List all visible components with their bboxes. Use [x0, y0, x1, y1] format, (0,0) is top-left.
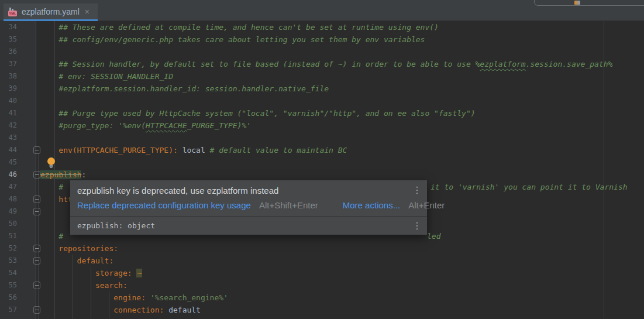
- line-number: 37: [0, 58, 17, 70]
- code-segment: _PURGE_TYPE)%': [187, 121, 251, 130]
- code-line[interactable]: ## These are defined at compile time, an…: [40, 21, 439, 33]
- close-icon[interactable]: ×: [85, 8, 89, 16]
- line-number: 50: [0, 218, 17, 230]
- code-line[interactable]: search:: [40, 279, 128, 291]
- code-segment: repositories:: [40, 244, 118, 253]
- code-line[interactable]: ## Session handler, by default set to fi…: [40, 58, 612, 70]
- kebab-menu-icon[interactable]: ⋮: [412, 186, 422, 195]
- code-segment: '%search_engine%': [150, 293, 228, 302]
- code-segment: HTTPCACHE: [146, 121, 187, 130]
- code-segment: engine:: [40, 293, 150, 302]
- code-line[interactable]: #purge_type: '%env(HTTPCACHE_PURGE_TYPE)…: [40, 119, 251, 132]
- editor-area[interactable]: 34 ## These are defined at compile time,…: [0, 21, 644, 319]
- code-line[interactable]: ## Purge type used by HttpCache system (…: [40, 107, 476, 119]
- code-line[interactable]: #led: [40, 230, 63, 242]
- floating-toolbar[interactable]: [534, 0, 644, 6]
- intention-bulb-icon[interactable]: [46, 157, 56, 170]
- code-segment: #: [40, 183, 63, 191]
- code-segment: led: [427, 230, 440, 242]
- replace-action-link[interactable]: Replace deprecated configuration key usa…: [77, 200, 251, 210]
- code-segment: .session.save_path%: [526, 60, 613, 68]
- code-segment: search:: [40, 281, 128, 290]
- line-number: 40: [0, 95, 17, 107]
- fold-marker-icon[interactable]: [33, 146, 40, 154]
- code-line[interactable]: repositories:: [40, 242, 118, 255]
- toolbar-icon: [574, 1, 580, 5]
- code-segment: ## config/env/generic.php takes care abo…: [40, 35, 425, 44]
- code-line[interactable]: # env: SESSION_HANDLER_ID: [40, 70, 173, 83]
- code-line[interactable]: env(HTTPCACHE_PURGE_TYPE): local # defau…: [40, 144, 347, 156]
- line-number: 42: [0, 119, 17, 132]
- popup-title: ezpublish key is deprecated, use ezplatf…: [77, 186, 407, 195]
- code-segment: #purge_type: '%env(: [40, 121, 146, 130]
- fold-marker-icon[interactable]: [33, 195, 40, 203]
- line-number: 36: [0, 46, 17, 58]
- code-segment: # env: SESSION_HANDLER_ID: [40, 72, 173, 81]
- line-number: 53: [0, 255, 17, 267]
- line-number: 55: [0, 279, 17, 291]
- tab-title: ezplatform.yaml: [22, 7, 80, 16]
- active-tab-underline: [4, 19, 98, 21]
- code-line[interactable]: ezpublish:: [40, 169, 86, 181]
- code-segment: #: [40, 232, 63, 241]
- popup-doc-line: ezpublish: object: [77, 221, 155, 230]
- code-segment: ## These are defined at compile time, an…: [40, 23, 439, 32]
- code-line[interactable]: #ezplatform.session.handler_id: session.…: [40, 83, 329, 95]
- fold-marker-icon[interactable]: [33, 208, 40, 215]
- primary-shortcut: Alt+Shift+Enter: [259, 200, 318, 210]
- code-line[interactable]: connection: default: [40, 304, 201, 316]
- code-segment: # default value to maintain BC: [210, 146, 347, 155]
- fold-marker-icon[interactable]: [33, 257, 40, 265]
- line-number: 51: [0, 230, 17, 242]
- code-line[interactable]: default:: [40, 255, 113, 267]
- kebab-menu-icon[interactable]: ⋮: [412, 221, 422, 231]
- line-number: 39: [0, 83, 17, 95]
- line-number: 35: [0, 33, 17, 46]
- code-segment: ezplatform: [480, 60, 525, 68]
- line-number: 44: [0, 144, 17, 156]
- fold-marker-icon[interactable]: [33, 171, 40, 179]
- more-shortcut: Alt+Enter: [408, 200, 445, 210]
- code-segment: default:: [40, 256, 113, 265]
- line-number: 52: [0, 242, 17, 255]
- fold-marker-icon[interactable]: [33, 282, 40, 289]
- line-number: 43: [0, 132, 17, 144]
- line-number: 46: [0, 169, 17, 181]
- code-segment: connection:: [40, 306, 168, 314]
- code-line[interactable]: #it to 'varnish' you can point it to Var…: [40, 181, 63, 193]
- code-segment: :: [81, 170, 86, 179]
- line-number: 56: [0, 291, 17, 304]
- yml-file-icon: YML: [8, 7, 18, 16]
- line-number: 57: [0, 304, 17, 316]
- code-segment: env(HTTPCACHE_PURGE_TYPE):: [40, 146, 178, 155]
- code-segment: ## Purge type used by HttpCache system (…: [40, 109, 476, 118]
- more-actions-link[interactable]: More actions...: [343, 200, 400, 210]
- line-number: 48: [0, 193, 17, 205]
- line-number: 41: [0, 107, 17, 119]
- line-number: 54: [0, 267, 17, 279]
- code-line[interactable]: storage: ~: [40, 267, 142, 279]
- fold-marker-icon[interactable]: [33, 245, 40, 252]
- tab-ezplatform-yaml[interactable]: YML ezplatform.yaml ×: [4, 4, 98, 19]
- code-segment: ~: [136, 269, 142, 277]
- code-line[interactable]: ## config/env/generic.php takes care abo…: [40, 33, 425, 46]
- code-segment: it to 'varnish' you can point it to Varn…: [431, 181, 628, 193]
- code-segment: #ezplatform.session.handler_id: session.…: [40, 84, 329, 93]
- line-number: 49: [0, 205, 17, 218]
- intention-popup: ezpublish key is deprecated, use ezplatf…: [70, 180, 427, 235]
- code-segment: ## Session handler, by default set to fi…: [40, 60, 480, 68]
- line-number: 34: [0, 21, 17, 33]
- code-segment: ezpublish: [40, 170, 81, 179]
- line-number: 45: [0, 156, 17, 169]
- fold-marker-icon[interactable]: [33, 306, 40, 314]
- code-segment: local: [178, 146, 210, 155]
- code-line[interactable]: engine: '%search_engine%': [40, 291, 228, 304]
- code-segment: storage:: [40, 269, 136, 277]
- code-segment: default: [168, 306, 201, 314]
- line-number: 47: [0, 181, 17, 193]
- editor-tab-bar: YML ezplatform.yaml ×: [0, 0, 644, 21]
- line-number: 38: [0, 70, 17, 83]
